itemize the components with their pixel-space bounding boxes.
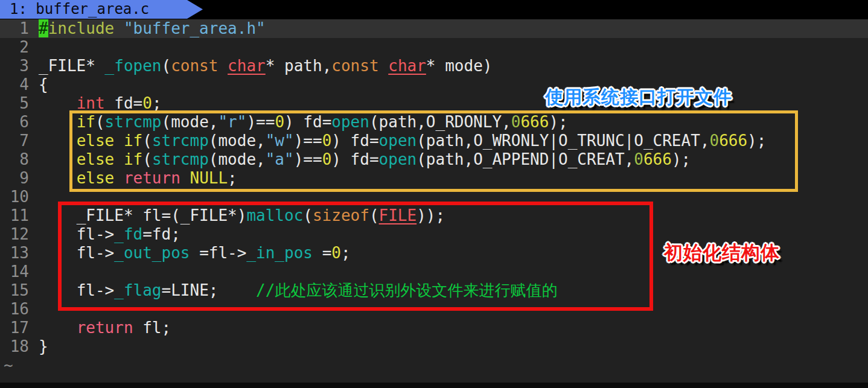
code-line: 2: [0, 38, 868, 57]
line-number: 9: [0, 169, 29, 188]
line-number: 2: [0, 38, 29, 57]
line-number: 15: [0, 281, 29, 300]
code-line: 4{: [0, 75, 868, 94]
code-text: _FILE* _fopen(const char* path,const cha…: [39, 57, 492, 75]
line-number: 1: [0, 19, 29, 38]
syscall-annotation: 使用系统接口打开文件: [545, 85, 732, 110]
line-number: 10: [0, 188, 29, 206]
code-text: #include "buffer_area.h": [39, 19, 266, 37]
line-number: 3: [0, 57, 29, 75]
line-number: 16: [0, 300, 29, 319]
line-number: 12: [0, 225, 29, 244]
line-number: 4: [0, 75, 29, 94]
init-annotation: 初始化结构体: [664, 240, 780, 266]
line-number: 6: [0, 113, 29, 132]
line-number: 8: [0, 150, 29, 169]
code-line: 18}: [0, 337, 868, 356]
code-line: 17 return fl;: [0, 319, 868, 337]
code-line: 1#include "buffer_area.h": [0, 19, 868, 38]
vim-editor-window: 1: buffer_area.c 1#include "buffer_area.…: [0, 0, 868, 388]
line-number: 11: [0, 206, 29, 225]
code-text: }: [39, 337, 48, 355]
line-number: 7: [0, 132, 29, 150]
line-number: 13: [0, 244, 29, 262]
line-number: 18: [0, 337, 29, 356]
line-number: 14: [0, 262, 29, 281]
tab-buffer-area-c[interactable]: 1: buffer_area.c: [0, 0, 203, 19]
code-text: {: [39, 75, 48, 94]
code-text: return fl;: [39, 319, 171, 337]
empty-buffer-tilde: ~: [0, 356, 868, 375]
code-line: 3_FILE* _fopen(const char* path,const ch…: [0, 57, 868, 75]
line-number: 17: [0, 319, 29, 337]
code-text: int fd=0;: [39, 94, 162, 112]
line-number: 5: [0, 94, 29, 113]
bottom-strip: [0, 383, 868, 388]
tab-bar: 1: buffer_area.c: [0, 0, 868, 19]
init-highlight-box: [58, 202, 653, 311]
syscall-highlight-box: [69, 110, 798, 192]
